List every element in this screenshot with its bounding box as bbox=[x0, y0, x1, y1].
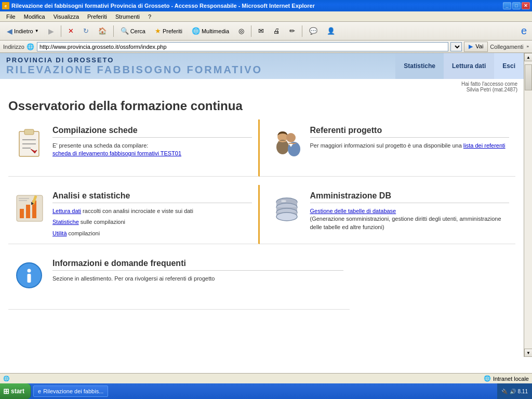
edit-button[interactable]: ✏ bbox=[286, 24, 299, 38]
lettura-dati-button[interactable]: Lettura dati bbox=[444, 53, 494, 79]
analisi-text: Lettura dati raccolti con analisi incroc… bbox=[52, 207, 252, 215]
amministrazione-icon bbox=[270, 191, 304, 225]
card-referenti: Referenti progetto Per maggiori informaz… bbox=[260, 119, 516, 177]
windows-icon: ⊞ bbox=[3, 387, 9, 395]
utilita-link[interactable]: Utilità bbox=[52, 230, 67, 236]
address-dropdown[interactable] bbox=[450, 42, 462, 51]
go-arrow-icon: ▶ bbox=[469, 43, 473, 49]
back-label: Indietro bbox=[14, 28, 33, 34]
gestione-tabelle-link[interactable]: Gestione delle tabelle di database bbox=[310, 208, 396, 214]
scroll-up-arrow[interactable]: ▲ bbox=[524, 53, 532, 61]
main-content: Hai fatto l'accesso come Silvia Petri (m… bbox=[0, 79, 532, 357]
statistiche-compilazioni-link[interactable]: Statistiche bbox=[52, 219, 79, 225]
esci-button[interactable]: Esci bbox=[494, 53, 524, 79]
main-scrollbar[interactable]: ▲ ▼ bbox=[524, 53, 532, 357]
svg-point-25 bbox=[28, 269, 31, 273]
network-icon: 🔌 bbox=[501, 389, 508, 394]
ie-icon: e bbox=[2, 2, 9, 9]
taskbar-items: e Rilevazione dei fabbis... bbox=[31, 384, 497, 398]
svg-point-7 bbox=[286, 133, 296, 142]
statistiche-button[interactable]: Statistiche bbox=[395, 53, 444, 79]
taskbar-item-ie[interactable]: e Rilevazione dei fabbis... bbox=[33, 385, 108, 397]
start-label: start bbox=[11, 388, 24, 395]
compilazione-icon bbox=[12, 126, 46, 159]
messenger-button[interactable]: 👤 bbox=[323, 24, 339, 38]
amministrazione-desc: (Generazione somministrazioni, gestione … bbox=[310, 216, 501, 230]
utilita-text: Utilità compilazioni bbox=[52, 230, 252, 237]
discuss-button[interactable]: 💬 bbox=[305, 24, 321, 38]
address-input[interactable] bbox=[37, 42, 448, 51]
scheda-link[interactable]: scheda di rilevamento fabbisogni formati… bbox=[52, 150, 181, 156]
status-bar: 🌐 🌐 Intranet locale bbox=[0, 373, 532, 383]
referenti-icon bbox=[270, 126, 304, 159]
refresh-icon: ↻ bbox=[83, 27, 89, 35]
print-button[interactable]: 🖨 bbox=[270, 24, 284, 38]
history-icon: ◎ bbox=[238, 27, 244, 35]
taskbar: ⊞ start e Rilevazione dei fabbis... 🔌 🔊 … bbox=[0, 383, 532, 399]
close-button[interactable]: ✕ bbox=[522, 2, 530, 9]
menu-strumenti[interactable]: Strumenti bbox=[111, 12, 144, 21]
menu-bar: File Modifica Visualizza Preferiti Strum… bbox=[0, 11, 532, 22]
referenti-link[interactable]: lista dei referenti bbox=[463, 142, 506, 149]
chart-svg bbox=[15, 193, 45, 223]
zone-icon: 🌐 bbox=[484, 375, 491, 382]
lettura-dati-link[interactable]: Lettura dati bbox=[52, 208, 81, 214]
maximize-button[interactable]: □ bbox=[512, 2, 521, 9]
start-button[interactable]: ⊞ start bbox=[0, 383, 31, 399]
compilazione-title: Compilazione schede bbox=[52, 126, 252, 138]
favorites-label: Preferiti bbox=[163, 28, 182, 34]
links-label: Collegamenti bbox=[490, 44, 523, 50]
multimedia-icon: 🌐 bbox=[192, 27, 200, 35]
scroll-down-arrow[interactable]: ▼ bbox=[524, 349, 532, 357]
menu-modifica[interactable]: Modifica bbox=[20, 12, 49, 21]
search-label: Cerca bbox=[130, 28, 145, 34]
back-button[interactable]: ◀ Indietro ▼ bbox=[3, 24, 43, 38]
discuss-icon: 💬 bbox=[309, 27, 317, 35]
svg-rect-1 bbox=[24, 129, 34, 135]
window-controls[interactable]: _ □ ✕ bbox=[503, 2, 530, 9]
status-zone: 🌐 Intranet locale bbox=[484, 375, 529, 382]
multimedia-button[interactable]: 🌐 Multimedia bbox=[188, 24, 233, 38]
compilazione-text: E' presente una scheda da compilare: sch… bbox=[52, 142, 252, 158]
menu-preferiti[interactable]: Preferiti bbox=[83, 12, 111, 21]
stop-button[interactable]: ✕ bbox=[64, 24, 77, 38]
back-icon: ◀ bbox=[7, 27, 12, 35]
svg-point-22 bbox=[276, 212, 297, 221]
scroll-thumb[interactable] bbox=[525, 64, 532, 90]
user-info-line2: Silvia Petri (mat.2487) bbox=[467, 87, 517, 92]
svg-point-23 bbox=[281, 200, 286, 202]
card-compilazione: Compilazione schede E' presente una sche… bbox=[8, 119, 260, 177]
menu-visualizza[interactable]: Visualizza bbox=[49, 12, 83, 21]
refresh-button[interactable]: ↻ bbox=[79, 24, 92, 38]
menu-help[interactable]: ? bbox=[144, 12, 155, 21]
favorites-button[interactable]: ★ Preferiti bbox=[151, 24, 186, 38]
analisi-content: Analisi e statistiche Lettura dati racco… bbox=[52, 191, 252, 237]
search-button[interactable]: 🔍 Cerca bbox=[117, 24, 149, 38]
analisi-icon bbox=[12, 191, 46, 225]
scroll-track bbox=[524, 61, 532, 349]
stop-icon: ✕ bbox=[68, 27, 74, 35]
analisi-title: Analisi e statistiche bbox=[52, 191, 252, 203]
cards-grid: Compilazione schede E' presente una sche… bbox=[0, 119, 524, 310]
edit-icon: ✏ bbox=[289, 27, 295, 35]
page-icon: 🌐 bbox=[26, 43, 35, 51]
amministrazione-title: Amministrazione DB bbox=[310, 191, 510, 203]
menu-file[interactable]: File bbox=[2, 12, 20, 21]
referenti-title: Referenti progetto bbox=[310, 126, 510, 138]
provincia-logo: PROVINCIA DI GROSSETO RILEVAZIONE FABBIS… bbox=[0, 54, 269, 78]
history-button[interactable]: ◎ bbox=[235, 24, 248, 38]
sound-icon: 🔊 bbox=[510, 389, 516, 394]
empty-right bbox=[350, 252, 515, 310]
page-title: Osservatorio della formazione continua bbox=[0, 95, 524, 119]
toolbar-separator-4 bbox=[302, 25, 302, 37]
info-svg bbox=[15, 261, 44, 290]
mail-button[interactable]: ✉ bbox=[255, 24, 268, 38]
home-button[interactable]: 🏠 bbox=[95, 24, 110, 38]
taskbar-item-label: Rilevazione dei fabbis... bbox=[43, 388, 103, 394]
forward-button[interactable]: ▶ bbox=[45, 24, 58, 38]
svg-rect-26 bbox=[28, 274, 31, 283]
minimize-button[interactable]: _ bbox=[503, 2, 511, 9]
svg-rect-10 bbox=[20, 209, 24, 218]
toolbar-separator-3 bbox=[251, 25, 251, 37]
go-button[interactable]: ▶ Vai bbox=[464, 42, 488, 52]
